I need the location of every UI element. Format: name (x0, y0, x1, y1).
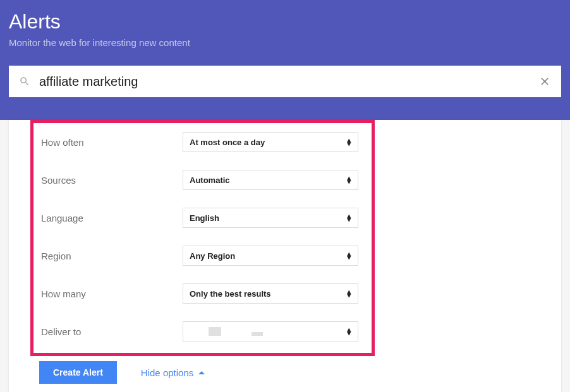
how-many-select[interactable]: Only the best results ▴▾ (183, 283, 358, 304)
sort-icon: ▴▾ (347, 138, 351, 146)
page-title: Alerts (9, 10, 561, 33)
sort-icon: ▴▾ (347, 176, 351, 184)
how-often-label: How often (40, 137, 183, 148)
how-many-value: Only the best results (190, 289, 271, 299)
option-row-sources: Sources Automatic ▴▾ (40, 170, 365, 190)
sort-icon: ▴▾ (347, 252, 351, 260)
deliver-to-select[interactable]: ▴▾ (183, 321, 358, 342)
how-often-value: At most once a day (190, 138, 265, 147)
hide-options-link[interactable]: Hide options (141, 367, 205, 378)
region-select[interactable]: Any Region ▴▾ (183, 246, 358, 266)
search-container[interactable] (9, 66, 561, 97)
option-row-deliver-to: Deliver to ▴▾ (40, 321, 365, 342)
region-label: Region (40, 251, 183, 261)
language-label: Language (40, 213, 183, 223)
deliver-to-label: Deliver to (40, 326, 183, 337)
option-row-region: Region Any Region ▴▾ (40, 246, 365, 266)
page-subtitle: Monitor the web for interesting new cont… (9, 37, 561, 48)
language-select[interactable]: English ▴▾ (183, 208, 358, 228)
option-row-language: Language English ▴▾ (40, 208, 365, 228)
how-often-select[interactable]: At most once a day ▴▾ (183, 132, 358, 152)
sources-select[interactable]: Automatic ▴▾ (183, 170, 358, 190)
sources-label: Sources (40, 175, 183, 186)
region-value: Any Region (190, 251, 235, 261)
language-value: English (190, 213, 219, 223)
search-icon (19, 76, 30, 87)
sources-value: Automatic (190, 175, 230, 185)
options-panel: How often At most once a day ▴▾ Sources … (30, 120, 375, 356)
option-row-how-often: How often At most once a day ▴▾ (40, 132, 365, 152)
deliver-to-value (190, 327, 263, 336)
create-alert-button[interactable]: Create Alert (39, 361, 117, 384)
options-card: How often At most once a day ▴▾ Sources … (9, 120, 561, 392)
option-row-how-many: How many Only the best results ▴▾ (40, 283, 365, 304)
actions-row: Create Alert Hide options (9, 361, 561, 384)
sort-icon: ▴▾ (347, 214, 351, 222)
header: Alerts Monitor the web for interesting n… (0, 0, 570, 120)
sort-icon: ▴▾ (347, 328, 351, 336)
caret-up-icon (198, 371, 205, 374)
how-many-label: How many (40, 288, 183, 299)
hide-options-label: Hide options (141, 367, 193, 378)
clear-icon[interactable] (538, 75, 551, 88)
search-input[interactable] (39, 74, 538, 89)
sort-icon: ▴▾ (347, 290, 351, 298)
